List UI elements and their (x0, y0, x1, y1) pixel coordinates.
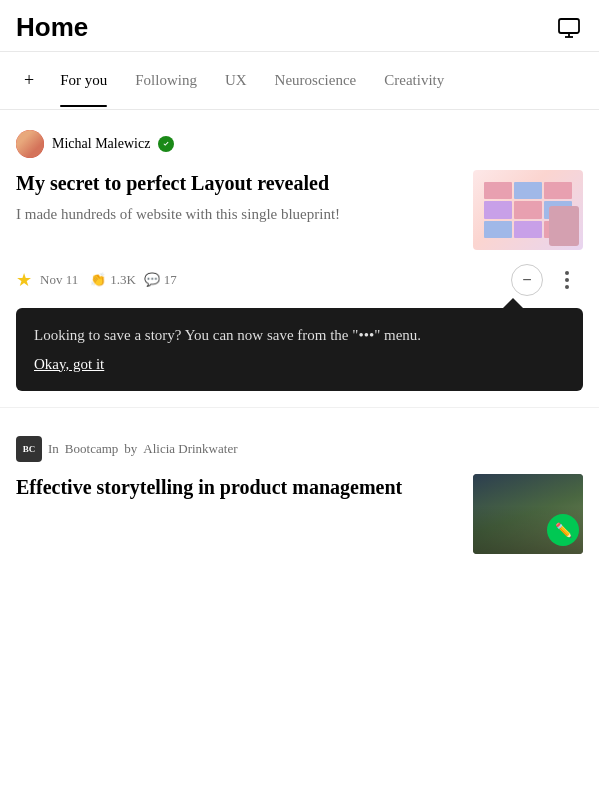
page-title: Home (16, 12, 88, 43)
tab-for-you[interactable]: For you (46, 54, 121, 107)
article-date: Nov 11 (40, 272, 78, 288)
publication-row: BC In Bootcamp by Alicia Drinkwater (16, 436, 583, 462)
monitor-icon[interactable] (555, 14, 583, 42)
edit-fab-icon[interactable]: ✏️ (547, 514, 579, 546)
publication-in-label: In (48, 441, 59, 457)
claps-count: 👏 1.3K (90, 272, 136, 288)
tab-ux[interactable]: UX (211, 54, 261, 107)
save-tooltip: Looking to save a story? You can now sav… (16, 308, 583, 391)
tooltip-box: Looking to save a story? You can now sav… (16, 308, 583, 391)
tab-neuroscience[interactable]: Neuroscience (261, 54, 371, 107)
author-name[interactable]: Michal Malewicz (52, 136, 150, 152)
article2-text: Effective storytelling in product manage… (16, 474, 457, 500)
comment-icon: 💬 (144, 272, 160, 288)
publication-logo: BC (16, 436, 42, 462)
article-card-1: Michal Malewicz My secret to perfect Lay… (0, 110, 599, 308)
svg-rect-0 (559, 19, 579, 33)
article2-thumbnail: ✏️ (473, 474, 583, 554)
article-text: My secret to perfect Layout revealed I m… (16, 170, 457, 225)
article-subtitle: I made hundreds of website with this sin… (16, 204, 457, 225)
article2-author[interactable]: Alicia Drinkwater (143, 441, 237, 457)
publication-name[interactable]: Bootcamp (65, 441, 118, 457)
article-title[interactable]: My secret to perfect Layout revealed (16, 170, 457, 196)
section-divider (0, 407, 599, 408)
tab-creativity[interactable]: Creativity (370, 54, 458, 107)
app-header: Home (0, 0, 599, 52)
okay-got-it-link[interactable]: Okay, got it (34, 353, 104, 376)
article-card-2: BC In Bootcamp by Alicia Drinkwater Effe… (0, 416, 599, 554)
clap-icon: 👏 (90, 272, 106, 288)
article-thumbnail (473, 170, 583, 250)
article2-content: Effective storytelling in product manage… (16, 474, 583, 554)
tooltip-arrow (503, 298, 523, 308)
avatar (16, 130, 44, 158)
tab-following[interactable]: Following (121, 54, 211, 107)
comments-count: 💬 17 (144, 272, 177, 288)
hide-article-button[interactable]: − (511, 264, 543, 296)
author-row: Michal Malewicz (16, 130, 583, 158)
star-icon: ★ (16, 269, 32, 291)
add-tab-button[interactable]: + (12, 52, 46, 109)
article-meta-row: ★ Nov 11 👏 1.3K 💬 17 − (16, 250, 583, 308)
more-options-button[interactable] (551, 264, 583, 296)
article2-title[interactable]: Effective storytelling in product manage… (16, 474, 457, 500)
tabs-bar: + For you Following UX Neuroscience Crea… (0, 52, 599, 110)
verified-badge-icon (158, 136, 174, 152)
article-content: My secret to perfect Layout revealed I m… (16, 170, 583, 250)
tooltip-text: Looking to save a story? You can now sav… (34, 327, 421, 343)
publication-by-label: by (124, 441, 137, 457)
